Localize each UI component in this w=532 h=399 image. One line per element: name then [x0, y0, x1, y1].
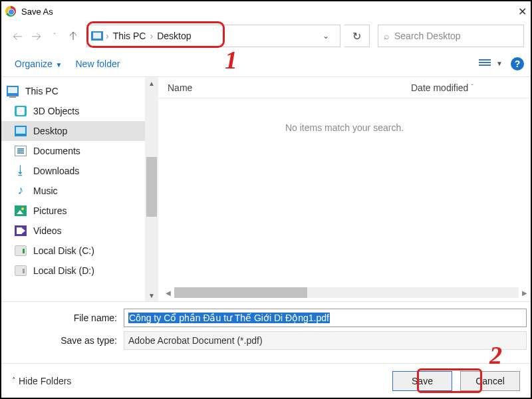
recent-dropdown[interactable]: ˇ [45, 27, 64, 45]
sidebar-item-desktop[interactable]: Desktop [1, 121, 158, 141]
breadcrumb[interactable]: › This PC › Desktop ⌄ [86, 25, 340, 47]
search-icon: ⌕ [384, 31, 389, 41]
chevron-down-icon: ▼ [54, 61, 63, 68]
sidebar-item-local-disk-c[interactable]: Local Disk (C:) [1, 241, 158, 261]
sidebar-item-documents[interactable]: Documents [1, 141, 158, 161]
column-header-name[interactable]: Name [168, 82, 411, 93]
window-title: Save As [21, 7, 53, 17]
sidebar-item-music[interactable]: ♪Music [1, 181, 158, 201]
drive-icon [15, 265, 27, 276]
hide-folders-button[interactable]: ˄ Hide Folders [12, 376, 71, 386]
sidebar-item-3d-objects[interactable]: 3D Objects [1, 101, 158, 121]
address-bar-row: 🡠 🡢 ˇ 🡡 › This PC › Desktop ⌄ ↻ ⌕ Search… [1, 21, 531, 51]
empty-list-message: No items match your search. [158, 122, 531, 133]
title-bar: Save As ✕ [1, 1, 531, 21]
chrome-icon [5, 6, 16, 17]
scroll-up-icon[interactable]: ▲ [145, 77, 158, 89]
save-button[interactable]: Save [392, 371, 452, 391]
sidebar: This PC 3D Objects Desktop Documents ⭳Do… [1, 77, 158, 301]
up-button[interactable]: 🡡 [64, 27, 82, 45]
document-icon [15, 146, 27, 156]
chevron-down-icon[interactable]: ▼ [496, 60, 503, 67]
chevron-up-icon: ˄ [12, 376, 16, 385]
sidebar-item-label: Local Disk (D:) [33, 265, 94, 276]
sidebar-item-videos[interactable]: Videos [1, 221, 158, 241]
monitor-icon [91, 31, 103, 41]
scroll-right-icon[interactable]: ▶ [519, 289, 531, 297]
sidebar-item-downloads[interactable]: ⭳Downloads [1, 161, 158, 181]
chevron-right-icon: › [106, 31, 109, 41]
sidebar-item-label: Documents [33, 146, 80, 156]
save-form: File name: Công ty Cổ phần Đầu tư Thế Gi… [1, 302, 531, 358]
drive-icon [15, 245, 27, 256]
desktop-icon [15, 126, 27, 136]
pc-icon [7, 86, 19, 96]
save-as-type-label: Save as type: [5, 335, 124, 346]
body: This PC 3D Objects Desktop Documents ⭳Do… [1, 77, 531, 302]
sidebar-item-label: Downloads [33, 166, 79, 176]
organize-button[interactable]: Organize ▼ [8, 55, 69, 73]
video-icon [15, 225, 27, 236]
sidebar-item-label: Music [33, 186, 58, 196]
footer: ˄ Hide Folders Save Cancel [1, 363, 531, 398]
sidebar-item-label: Local Disk (C:) [33, 245, 94, 256]
new-folder-button[interactable]: New folder [69, 55, 127, 73]
file-list: Name Date modified ˇ No items match your… [158, 77, 531, 301]
picture-icon [15, 205, 27, 216]
file-name-input[interactable]: Công ty Cổ phần Đầu tư Thế Giới Di Động1… [124, 309, 527, 327]
sidebar-item-label: 3D Objects [33, 106, 79, 116]
file-list-header: Name Date modified ˇ [158, 77, 531, 98]
refresh-button[interactable]: ↻ [344, 25, 370, 47]
breadcrumb-dropdown[interactable]: ⌄ [316, 31, 336, 41]
help-icon[interactable]: ? [511, 57, 524, 70]
sidebar-item-label: Pictures [33, 205, 67, 216]
sidebar-item-label: Videos [33, 225, 62, 236]
back-button[interactable]: 🡠 [8, 27, 27, 45]
file-name-label: File name: [5, 313, 124, 323]
chevron-right-icon: › [150, 31, 153, 41]
folder-tree: This PC 3D Objects Desktop Documents ⭳Do… [1, 77, 158, 281]
cube-icon [15, 106, 27, 116]
sidebar-scrollbar[interactable]: ▲ ▼ [145, 77, 158, 301]
scroll-left-icon[interactable]: ◀ [162, 289, 174, 297]
breadcrumb-this-pc[interactable]: This PC [113, 31, 146, 41]
sidebar-item-pictures[interactable]: Pictures [1, 201, 158, 221]
scroll-down-icon[interactable]: ▼ [145, 289, 158, 301]
sidebar-item-label: Desktop [33, 126, 67, 136]
music-icon: ♪ [15, 186, 27, 196]
toolbar: Organize ▼ New folder ▼ ? [1, 51, 531, 77]
download-icon: ⭳ [15, 166, 27, 176]
column-header-date-modified[interactable]: Date modified ˇ [411, 82, 531, 93]
search-input[interactable]: ⌕ Search Desktop [378, 25, 524, 47]
sidebar-item-this-pc[interactable]: This PC [1, 81, 158, 101]
horizontal-scrollbar[interactable]: ◀ ▶ [162, 287, 531, 299]
sidebar-item-local-disk-d[interactable]: Local Disk (D:) [1, 261, 158, 281]
view-mode-button[interactable] [479, 59, 491, 68]
forward-button: 🡢 [27, 27, 45, 45]
scrollbar-thumb[interactable] [146, 157, 157, 217]
close-icon[interactable]: ✕ [518, 5, 527, 18]
cancel-button[interactable]: Cancel [460, 371, 520, 391]
breadcrumb-desktop[interactable]: Desktop [157, 31, 191, 41]
file-name-value: Công ty Cổ phần Đầu tư Thế Giới Di Động1… [128, 313, 330, 323]
scrollbar-thumb[interactable] [174, 287, 307, 298]
sidebar-item-label: This PC [25, 86, 59, 96]
search-placeholder: Search Desktop [394, 31, 461, 41]
sort-descending-icon: ˇ [471, 84, 473, 91]
save-as-type-select[interactable]: Adobe Acrobat Document (*.pdf) [124, 331, 527, 350]
hide-folders-label: Hide Folders [19, 376, 71, 386]
